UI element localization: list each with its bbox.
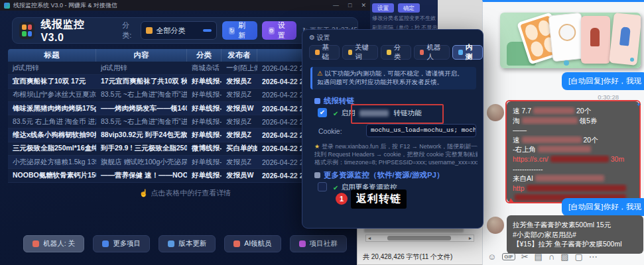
table-cell: 好单线报-... [187, 90, 222, 99]
folder-icon [387, 50, 391, 55]
screenshot-icon[interactable]: ▢ [574, 252, 582, 262]
table-cell: jd试用锌 [8, 64, 96, 73]
scroll-right-icon[interactable]: ► [467, 235, 474, 241]
sticker-card [609, 13, 641, 66]
footer-button-label: 更多项目 [113, 239, 141, 248]
red-annotation-rectangle [351, 104, 444, 124]
censored-text [533, 107, 574, 114]
smiley-icon[interactable]: ☺ [487, 252, 496, 262]
cookie-label: Cookie: [318, 127, 342, 135]
fragment-button[interactable]: 确定 [398, 3, 420, 13]
horizontal-scrollbar[interactable]: ◄ ► [365, 235, 474, 242]
tab-基础[interactable]: 基础 [309, 45, 340, 60]
message-timestamp: 0:30:28 [598, 93, 619, 101]
footer-button-label: 项目社群 [310, 239, 338, 248]
fragment-text-line: 修改分类名监控变更不生效 [370, 13, 438, 22]
chat-window: [自动回复]你好，我现 0:30:28 速 7.720个淘领5券——速20个-右… [482, 0, 644, 265]
table-cell: 小壳泌尿处方猫粮1.5kg 139元 [8, 158, 96, 167]
table-cell: 发报员Z [222, 158, 257, 167]
app-icon [4, 3, 10, 9]
cookie-input[interactable]: mochu_us_load=mochu_us; mochu_us_notice [366, 124, 476, 137]
section-more-resources: 更多资源监控（软件/资源/游戏PJ） [314, 170, 444, 180]
table-header-cell[interactable]: 分类 [187, 49, 222, 62]
message-line: ------------- [513, 164, 633, 174]
table-header-cell[interactable]: 内容 [96, 49, 187, 62]
category-dropdown[interactable]: 全部分类 [141, 21, 217, 40]
table-cell: 好单线报-... [187, 131, 222, 140]
rebate-checkbox[interactable]: ✔ [318, 108, 327, 117]
table-cell: 好单线报-... [187, 158, 222, 167]
fragment-button[interactable]: 设置 [372, 3, 394, 13]
bulb-icon: ★ [314, 143, 320, 150]
image-icon[interactable]: ▨ [560, 252, 568, 262]
table-cell: 到手29.9 ! 三元极致全脂250ml*16... [96, 144, 187, 153]
footer-button[interactable]: 机器人: 关 [23, 235, 84, 252]
headset-icon[interactable]: ∩ [548, 252, 554, 262]
footer-button-label: 版本更新 [178, 239, 206, 248]
footer-button[interactable]: 版本更新 [159, 235, 216, 252]
footer-button[interactable]: 更多项目 [93, 235, 150, 252]
tip-line: 格式示例：timezone=8; PHPSESSID=xxx; username… [314, 158, 478, 167]
link-icon [314, 98, 320, 104]
tab-分类[interactable]: 分类 [381, 45, 411, 60]
close-button[interactable]: ✕ [361, 2, 366, 9]
refresh-icon: ↻ [229, 27, 235, 34]
message-line: http [513, 184, 633, 193]
tab-机器人[interactable]: 机器人 [414, 45, 450, 60]
footer-button[interactable]: AI领航员 [224, 235, 281, 252]
censored-text [522, 117, 578, 124]
censored-text [522, 136, 582, 143]
table-header-cell[interactable]: 发布者 [222, 49, 257, 62]
folder-icon[interactable]: ▤ [535, 252, 543, 262]
avatar[interactable] [487, 104, 504, 121]
message-line: —— [513, 125, 633, 135]
sticker-image-message[interactable] [500, 13, 641, 68]
message-line: 速20个 [513, 135, 633, 145]
scrollbar-thumb[interactable] [387, 236, 451, 240]
titlebar: 线报监控系统 V3.0 - 网赚库 & 对接微信 — □ ✕ [0, 0, 370, 11]
refresh-button[interactable]: ↻ 刷新 [222, 21, 257, 40]
footer-button[interactable]: 项目社群 [290, 235, 347, 252]
flag-icon [299, 240, 306, 247]
table-cell: 微博线报-... [187, 144, 222, 153]
tab-内测[interactable]: 内测 [452, 45, 483, 60]
more-icon[interactable]: ⋯ [589, 252, 598, 262]
window-title: 线报监控系统 V3.0 - 网赚库 & 对接微信 [13, 1, 117, 10]
resources-checkbox[interactable] [318, 182, 327, 191]
table-cell: 买白单的妹妹 [222, 144, 257, 153]
red-annotation-arrow [509, 198, 515, 205]
table-cell: 锋味派黑猪肉烤肉烤肠175g 任选5件... [8, 104, 96, 113]
app-logo-icon [19, 22, 34, 39]
tab-label: 关键词 [355, 43, 372, 62]
scroll-left-icon[interactable]: ◄ [366, 235, 373, 241]
tab-关键词[interactable]: 关键词 [342, 45, 378, 60]
scissors-icon[interactable]: ✂ [521, 252, 529, 262]
avatar[interactable] [487, 217, 504, 234]
message-line: 拉芳鱼子酱膏护发素500ml 15元 [513, 220, 637, 230]
gif-icon[interactable]: GIF [502, 253, 515, 260]
table-cell: jd试用锌 [96, 64, 187, 73]
message-line: #小卖部の家居用品# [513, 230, 637, 240]
flame-icon [315, 50, 320, 55]
table-cell: 88vip30.92元 到手24包无敌整4.48... [96, 131, 187, 140]
beta-warning-box: ⚠以下功能为内测功能，可能不稳定，请谨慎开启。 如遇问题可关闭对应功能并联系开发… [310, 67, 476, 89]
table-header-cell[interactable]: 标题 [8, 49, 96, 62]
maximize-button[interactable]: □ [348, 2, 352, 9]
settings-button[interactable]: ⚙ 设置 [262, 21, 297, 40]
category-label: 分类: [122, 21, 136, 40]
robot-icon [233, 240, 240, 247]
table-cell: 好单线报-... [187, 171, 222, 180]
dropdown-indicator-icon [203, 29, 212, 32]
check-icon: ✔ [333, 184, 338, 191]
message-line: 速 7.720个 [513, 106, 633, 116]
status-bar-text: 共 20,428,426 字节(11 个文件) [363, 252, 452, 262]
minimize-button[interactable]: — [333, 2, 339, 9]
message-line: 【¥15】拉芳 鱼子酱膏护发膜500ml [513, 239, 637, 249]
table-cell: ——烤肉烤肠发车——领140-60补... [96, 104, 187, 113]
monitor-icon [168, 240, 174, 247]
chat-message-bubble: 拉芳鱼子酱膏护发素500ml 15元#小卖部の家居用品#【¥15】拉芳 鱼子酱膏… [507, 215, 643, 254]
censored-text [550, 156, 609, 162]
globe-icon [102, 240, 109, 247]
message-line: 来自AI [513, 174, 633, 184]
check-icon: ✔ [333, 110, 338, 117]
